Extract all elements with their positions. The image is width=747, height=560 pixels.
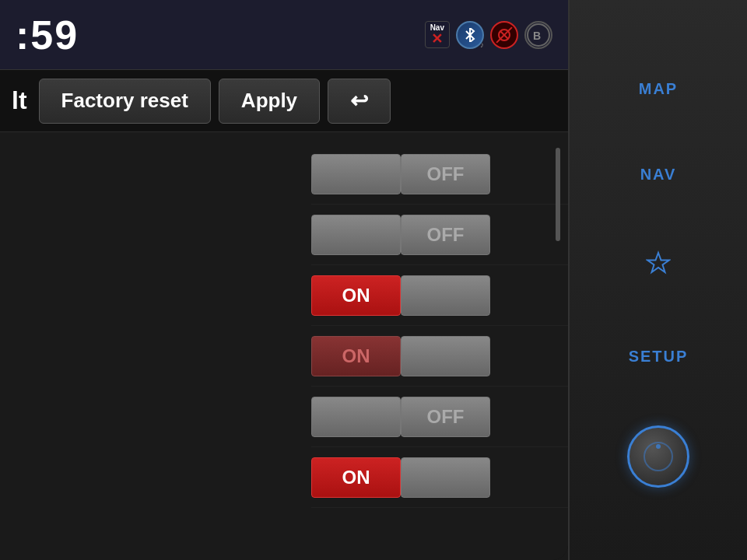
toggle-off-left-5 [311, 397, 401, 437]
toggle-row: OFF [311, 144, 568, 205]
factory-reset-button[interactable]: Factory reset [39, 79, 211, 124]
toggle-switch-3[interactable]: ON [311, 275, 490, 316]
svg-text:B: B [533, 30, 541, 42]
toggle-switch-6[interactable]: ON [311, 457, 490, 498]
toggle-on-label-6: ON [311, 457, 401, 498]
toolbar: lt Factory reset Apply ↩ [0, 70, 568, 132]
main-screen: :59 Nav ✕ ♪ [0, 0, 568, 560]
right-panel: MAP NAV SETUP [568, 0, 747, 560]
music-note-icon: ♪ [480, 40, 484, 49]
toggle-off-label-5: OFF [401, 397, 490, 437]
toggle-off-right-4 [401, 336, 490, 376]
toggle-row: ON [311, 447, 568, 508]
toggle-row: ON [311, 265, 568, 326]
circle-b-icon: B [524, 21, 552, 49]
toggle-off-left-2 [311, 215, 401, 255]
toggle-off-right-3 [401, 275, 490, 316]
toggle-switch-2[interactable]: OFF [311, 215, 490, 255]
toggle-off-label-1: OFF [401, 154, 490, 194]
toggle-row: ON [311, 326, 568, 387]
toggle-switch-5[interactable]: OFF [311, 397, 490, 437]
toggle-list: OFF OFF ON ON [311, 144, 568, 508]
toggle-area: OFF OFF ON ON [0, 132, 568, 560]
scroll-indicator [556, 148, 560, 241]
svg-point-6 [656, 444, 661, 449]
status-icons: Nav ✕ ♪ [425, 21, 552, 49]
star-button[interactable] [638, 243, 679, 289]
toggle-switch-4[interactable]: ON [311, 336, 490, 376]
nav-cross-icon: ✕ [431, 32, 443, 46]
toggle-switch-1[interactable]: OFF [311, 154, 490, 194]
toggle-row: OFF [311, 205, 568, 265]
toggle-on-label-3: ON [311, 275, 401, 316]
back-button[interactable]: ↩ [328, 79, 391, 124]
nav-button[interactable]: NAV [625, 158, 693, 191]
toggle-row: OFF [311, 387, 568, 447]
nav-icon: Nav ✕ [425, 21, 450, 48]
bluetooth-icon: ♪ [456, 21, 484, 49]
apply-button[interactable]: Apply [219, 79, 320, 124]
toggle-off-left-1 [311, 154, 401, 194]
rotary-knob[interactable] [627, 425, 689, 488]
toggle-off-label-2: OFF [401, 215, 490, 255]
toggle-on-inactive-label-4: ON [311, 336, 401, 376]
back-arrow-icon: ↩ [350, 88, 368, 114]
toggle-off-right-6 [401, 457, 490, 498]
no-signal-icon [490, 21, 518, 49]
status-bar: :59 Nav ✕ ♪ [0, 0, 568, 70]
time-display: :59 [16, 12, 79, 58]
svg-marker-4 [647, 253, 669, 272]
setup-button[interactable]: SETUP [613, 340, 704, 373]
map-button[interactable]: MAP [623, 72, 693, 106]
toolbar-label: lt [12, 86, 27, 115]
